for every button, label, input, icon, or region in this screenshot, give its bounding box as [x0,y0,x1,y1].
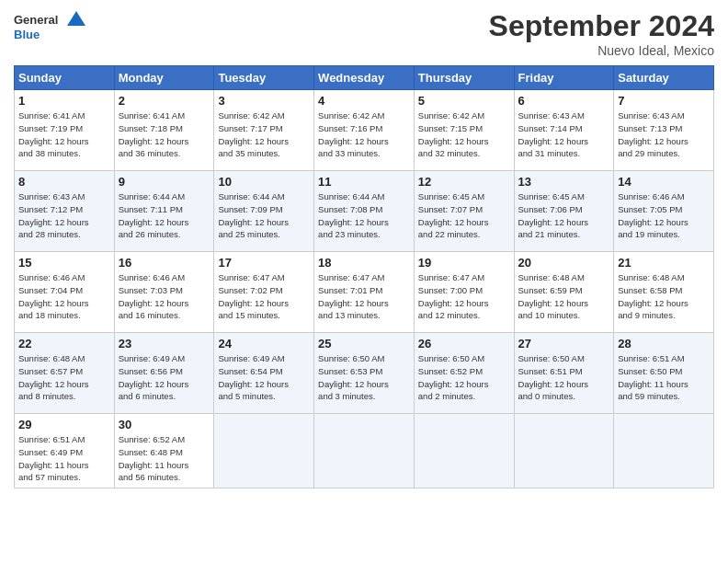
day-info: Sunrise: 6:48 AMSunset: 6:58 PMDaylight:… [618,271,710,322]
calendar-cell: 17Sunrise: 6:47 AMSunset: 7:02 PMDayligh… [214,252,314,333]
svg-text:General: General [14,13,58,27]
calendar-cell: 16Sunrise: 6:46 AMSunset: 7:03 PMDayligh… [114,252,214,333]
day-info: Sunrise: 6:50 AMSunset: 6:53 PMDaylight:… [318,352,410,403]
day-number: 18 [318,256,410,270]
header: General Blue September 2024 Nuevo Ideal,… [14,9,714,58]
day-number: 5 [418,94,510,108]
calendar-cell [214,414,314,488]
calendar-cell: 30Sunrise: 6:52 AMSunset: 6:48 PMDayligh… [114,414,214,488]
day-info: Sunrise: 6:41 AMSunset: 7:19 PMDaylight:… [18,109,110,160]
calendar-cell: 1Sunrise: 6:41 AMSunset: 7:19 PMDaylight… [15,90,115,171]
day-info: Sunrise: 6:51 AMSunset: 6:50 PMDaylight:… [618,352,710,403]
day-info: Sunrise: 6:42 AMSunset: 7:15 PMDaylight:… [418,109,510,160]
day-info: Sunrise: 6:44 AMSunset: 7:11 PMDaylight:… [119,190,210,241]
day-info: Sunrise: 6:46 AMSunset: 7:04 PMDaylight:… [18,271,110,322]
day-number: 22 [18,337,110,350]
day-info: Sunrise: 6:45 AMSunset: 7:06 PMDaylight:… [518,190,610,241]
day-number: 30 [119,418,210,431]
day-number: 17 [218,256,310,270]
calendar-cell: 22Sunrise: 6:48 AMSunset: 6:57 PMDayligh… [15,333,115,414]
location: Nuevo Ideal, Mexico [489,43,714,58]
calendar-cell: 11Sunrise: 6:44 AMSunset: 7:08 PMDayligh… [314,171,415,252]
dow-header: Wednesday [314,66,415,90]
calendar-cell [614,414,714,488]
dow-header: Thursday [414,66,514,90]
day-number: 8 [18,175,110,189]
dow-header: Saturday [614,66,714,90]
calendar-cell: 24Sunrise: 6:49 AMSunset: 6:54 PMDayligh… [214,333,314,414]
day-info: Sunrise: 6:49 AMSunset: 6:54 PMDaylight:… [218,352,310,403]
calendar-cell: 6Sunrise: 6:43 AMSunset: 7:14 PMDaylight… [514,90,614,171]
day-number: 15 [18,256,110,270]
day-number: 11 [318,175,410,189]
calendar-cell [414,414,514,488]
day-info: Sunrise: 6:50 AMSunset: 6:52 PMDaylight:… [418,352,510,403]
day-info: Sunrise: 6:43 AMSunset: 7:13 PMDaylight:… [618,109,710,160]
day-number: 26 [418,337,510,350]
day-info: Sunrise: 6:46 AMSunset: 7:03 PMDaylight:… [119,271,210,322]
calendar-week-row: 22Sunrise: 6:48 AMSunset: 6:57 PMDayligh… [15,333,714,414]
day-number: 3 [218,94,310,108]
calendar-week-row: 8Sunrise: 6:43 AMSunset: 7:12 PMDaylight… [15,171,714,252]
day-number: 25 [318,337,410,350]
day-number: 24 [218,337,310,350]
day-number: 29 [18,418,110,431]
calendar-cell: 9Sunrise: 6:44 AMSunset: 7:11 PMDaylight… [114,171,214,252]
calendar-cell: 18Sunrise: 6:47 AMSunset: 7:01 PMDayligh… [314,252,415,333]
day-info: Sunrise: 6:46 AMSunset: 7:05 PMDaylight:… [618,190,710,241]
day-number: 21 [618,256,710,270]
day-number: 27 [518,337,610,350]
day-number: 14 [618,175,710,189]
day-info: Sunrise: 6:47 AMSunset: 7:00 PMDaylight:… [418,271,510,322]
svg-text:Blue: Blue [14,28,40,41]
calendar-cell: 27Sunrise: 6:50 AMSunset: 6:51 PMDayligh… [514,333,614,414]
calendar-page: General Blue September 2024 Nuevo Ideal,… [0,0,728,563]
title-area: September 2024 Nuevo Ideal, Mexico [489,9,714,58]
calendar-cell: 12Sunrise: 6:45 AMSunset: 7:07 PMDayligh… [414,171,514,252]
calendar-cell: 29Sunrise: 6:51 AMSunset: 6:49 PMDayligh… [15,414,115,488]
calendar-cell: 3Sunrise: 6:42 AMSunset: 7:17 PMDaylight… [214,90,314,171]
calendar-cell: 28Sunrise: 6:51 AMSunset: 6:50 PMDayligh… [614,333,714,414]
calendar-cell: 7Sunrise: 6:43 AMSunset: 7:13 PMDaylight… [614,90,714,171]
dow-header: Monday [114,66,214,90]
day-info: Sunrise: 6:51 AMSunset: 6:49 PMDaylight:… [18,433,110,484]
logo-svg: General Blue [14,9,87,44]
calendar-cell [314,414,415,488]
month-title: September 2024 [489,9,714,43]
day-info: Sunrise: 6:48 AMSunset: 6:57 PMDaylight:… [18,352,110,403]
day-info: Sunrise: 6:52 AMSunset: 6:48 PMDaylight:… [119,433,210,484]
calendar-week-row: 15Sunrise: 6:46 AMSunset: 7:04 PMDayligh… [15,252,714,333]
day-info: Sunrise: 6:44 AMSunset: 7:09 PMDaylight:… [218,190,310,241]
calendar-table: SundayMondayTuesdayWednesdayThursdayFrid… [14,65,714,488]
calendar-body: 1Sunrise: 6:41 AMSunset: 7:19 PMDaylight… [15,90,714,488]
day-number: 20 [518,256,610,270]
day-number: 23 [119,337,210,350]
calendar-cell: 21Sunrise: 6:48 AMSunset: 6:58 PMDayligh… [614,252,714,333]
calendar-cell: 10Sunrise: 6:44 AMSunset: 7:09 PMDayligh… [214,171,314,252]
svg-marker-1 [67,11,85,26]
day-number: 19 [418,256,510,270]
day-number: 28 [618,337,710,350]
calendar-cell: 5Sunrise: 6:42 AMSunset: 7:15 PMDaylight… [414,90,514,171]
day-number: 9 [119,175,210,189]
day-info: Sunrise: 6:49 AMSunset: 6:56 PMDaylight:… [119,352,210,403]
calendar-cell: 13Sunrise: 6:45 AMSunset: 7:06 PMDayligh… [514,171,614,252]
day-info: Sunrise: 6:50 AMSunset: 6:51 PMDaylight:… [518,352,610,403]
logo: General Blue [14,9,87,44]
day-info: Sunrise: 6:44 AMSunset: 7:08 PMDaylight:… [318,190,410,241]
day-number: 1 [18,94,110,108]
calendar-cell: 2Sunrise: 6:41 AMSunset: 7:18 PMDaylight… [114,90,214,171]
calendar-cell: 23Sunrise: 6:49 AMSunset: 6:56 PMDayligh… [114,333,214,414]
day-info: Sunrise: 6:45 AMSunset: 7:07 PMDaylight:… [418,190,510,241]
dow-header: Sunday [15,66,115,90]
day-number: 12 [418,175,510,189]
days-of-week-row: SundayMondayTuesdayWednesdayThursdayFrid… [15,66,714,90]
calendar-week-row: 1Sunrise: 6:41 AMSunset: 7:19 PMDaylight… [15,90,714,171]
calendar-cell: 15Sunrise: 6:46 AMSunset: 7:04 PMDayligh… [15,252,115,333]
day-info: Sunrise: 6:43 AMSunset: 7:14 PMDaylight:… [518,109,610,160]
calendar-cell: 14Sunrise: 6:46 AMSunset: 7:05 PMDayligh… [614,171,714,252]
day-info: Sunrise: 6:43 AMSunset: 7:12 PMDaylight:… [18,190,110,241]
dow-header: Friday [514,66,614,90]
calendar-cell [514,414,614,488]
day-number: 4 [318,94,410,108]
